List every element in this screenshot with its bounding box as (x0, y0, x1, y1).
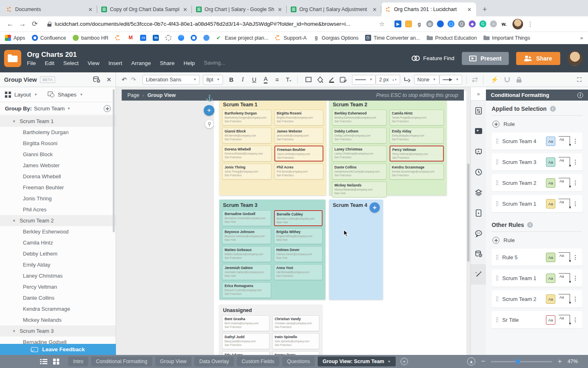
shape-frame-icon[interactable] (305, 76, 312, 83)
rule-style-swatch[interactable]: Aa (546, 199, 555, 209)
user-avatar[interactable] (568, 51, 582, 66)
connector-type-icon[interactable] (403, 76, 411, 83)
sidebar-member-row[interactable]: Kendra Scrammage (0, 303, 116, 314)
extension-icon[interactable] (437, 20, 444, 27)
forward-button[interactable]: → (16, 20, 29, 28)
rule-style-swatch[interactable]: Aa (546, 178, 555, 188)
font-family-select[interactable]: Liberation Sans▼ (143, 75, 200, 85)
member-card[interactable]: Holmes DeverHolmes.Dever@company.comNew … (274, 246, 323, 262)
rule-style-swatch[interactable]: Aa (546, 274, 555, 283)
page-tab[interactable]: Group View (155, 357, 192, 366)
bookmark-star-icon[interactable]: ☆ (379, 20, 385, 28)
extension-icon[interactable]: ◆ (469, 20, 476, 27)
drag-handle-icon[interactable] (496, 317, 499, 323)
team-container[interactable]: Scrum Team 2Berkley EsherwoodBerkley.Esh… (329, 99, 447, 195)
bookmark-item[interactable] (191, 35, 197, 41)
drag-handle-icon[interactable] (496, 275, 499, 281)
present-button[interactable]: ▶ Present (462, 52, 509, 65)
undo-button[interactable]: ↶ (122, 76, 127, 83)
menu-select[interactable]: Select (63, 60, 79, 66)
member-card[interactable]: Berkley EsherwoodBerkley.Esherwood@compa… (332, 110, 387, 126)
expand-panel-icon[interactable]: » (471, 87, 486, 101)
member-card[interactable]: Kendra ScrammageKendra.Scrammage@company… (390, 164, 444, 180)
layout-dropdown[interactable]: Layout▼ (5, 92, 37, 98)
zoom-level[interactable]: 47%▼ (568, 359, 583, 364)
underline-button[interactable]: U (249, 76, 259, 83)
info-icon[interactable]: i (527, 222, 533, 228)
member-card[interactable]: Anna YostHall.Birdsall@company.comSan Fr… (274, 264, 323, 280)
add-page-button[interactable]: + (401, 358, 408, 365)
add-rule-button[interactable]: Rule (492, 121, 581, 128)
shapes-dropdown[interactable]: Shapes▼ (48, 92, 83, 98)
sidebar-member-row[interactable]: Jonis Thring (0, 193, 116, 204)
sidebar-member-row[interactable]: Debby Lethem (0, 248, 116, 259)
member-card[interactable]: Erica RomagueraElwood.Crushe@company.com… (222, 282, 271, 298)
extension-icon[interactable]: … (405, 20, 412, 27)
sidebar-member-row[interactable]: Bartholemy Durgan (0, 127, 116, 138)
rule-row[interactable]: Scrum Team 2AaAa▼⋮ (492, 174, 582, 191)
member-card[interactable]: James Websterjared.webb@company.comSan F… (274, 128, 324, 144)
page-tab[interactable]: Intro (68, 357, 88, 366)
tab-close-icon[interactable]: ✕ (371, 7, 378, 13)
bookmark-item[interactable] (127, 35, 134, 41)
sidebar-group-row[interactable]: ▼Scrum Team 1 (0, 116, 116, 127)
drag-handle-icon[interactable] (496, 201, 499, 206)
zoom-in-button[interactable]: + (558, 357, 562, 366)
member-card[interactable]: Jeremiah OaktonJeremiah.Oakton@company.c… (222, 264, 271, 280)
drag-handle-icon[interactable] (496, 254, 499, 260)
page-grid-icon[interactable] (53, 359, 59, 365)
extension-icon[interactable]: ○ (490, 20, 497, 27)
slideshow-icon[interactable] (471, 141, 486, 162)
member-card[interactable]: Bartholemy DurganBartholemy.Durgan@compa… (222, 110, 272, 126)
menu-view[interactable]: View (88, 60, 100, 66)
rule-menu-icon[interactable]: ⋮ (572, 316, 579, 323)
leave-feedback-button[interactable]: Leave Feedback (0, 344, 116, 355)
browser-tab[interactable]: Org Chart | Salary Adjustment✕ (287, 2, 381, 16)
member-card[interactable]: Percy VeltmanPercy.Veltman@company.comSa… (390, 146, 444, 162)
extension-icon[interactable]: ▶ (394, 20, 401, 27)
data-linking-icon[interactable] (471, 244, 486, 264)
unassigned-container[interactable]: UnassignedBent GrashaBent.Grasha@company… (219, 305, 322, 355)
presentation-mode-icon[interactable]: ▲ (467, 357, 475, 366)
rule-menu-icon[interactable]: ⋮ (572, 254, 579, 260)
rule-menu-icon[interactable]: ⋮ (572, 200, 579, 207)
shape-data-icon[interactable] (471, 101, 486, 121)
fill-color-icon[interactable] (317, 76, 323, 83)
italic-button[interactable]: I (238, 76, 247, 83)
page-settings-icon[interactable] (471, 203, 486, 223)
pin-button[interactable] (205, 120, 214, 128)
menu-arrange[interactable]: Arrange (131, 60, 151, 66)
line-width-stepper[interactable]: 2 px▲▼ (376, 75, 400, 85)
member-card[interactable]: Freeman BeuhlerJason.smith@company.comSa… (274, 146, 324, 162)
sidebar-member-row[interactable]: James Webster (0, 160, 116, 171)
tab-close-icon[interactable]: ✕ (87, 7, 94, 13)
share-button[interactable]: Share (516, 52, 560, 65)
back-button[interactable]: ← (4, 20, 16, 28)
reload-button[interactable]: ⟳ (29, 20, 41, 28)
bookmark-item[interactable] (203, 35, 209, 41)
rule-style-swatch[interactable]: Aa (546, 157, 555, 167)
canvas-add-button[interactable]: + (204, 105, 214, 116)
tab-close-icon[interactable]: ✕ (276, 7, 283, 13)
bookmark-item[interactable]: Apps (5, 35, 25, 41)
sidebar-member-row[interactable]: Freeman Beuhler (0, 182, 116, 193)
member-card[interactable]: Phil AcresPhil.Acres@company.comSan Fran… (274, 164, 324, 180)
new-tab-button[interactable]: + (479, 4, 490, 15)
member-card[interactable]: Jonis ThringJonis.Thring@company.comSan … (222, 164, 272, 180)
sidebar-member-row[interactable]: Phil Acres (0, 204, 116, 215)
apply-order-icon[interactable]: Aa▼ (559, 178, 570, 188)
shape-style-icon[interactable] (340, 76, 347, 83)
add-member-button[interactable]: + (370, 202, 380, 213)
breadcrumb-page[interactable]: Page (127, 92, 139, 98)
member-card[interactable]: Christian VandyChristian.vandy@company.c… (272, 315, 320, 331)
member-card[interactable]: Beyonce JohnsonBeyonce.Johnson@company.c… (222, 228, 271, 244)
browser-tab[interactable]: Documents✕ (2, 2, 97, 16)
member-card[interactable]: Dorena WhebellDorena.Whebell@company.com… (222, 146, 272, 162)
apply-order-icon[interactable]: Aa▼ (559, 294, 570, 304)
member-card[interactable]: Bent GrashaBent.Grasha@company.comSan Fr… (222, 315, 270, 331)
member-card[interactable]: Dathyl JuddBlazy.judd@company.comSan Fra… (222, 333, 270, 349)
breadcrumb-group-view[interactable]: Group View (147, 92, 176, 98)
text-color-button[interactable]: A (261, 76, 270, 83)
feature-find-button[interactable]: Feature Find (412, 55, 454, 61)
drag-handle-icon[interactable] (496, 180, 499, 186)
